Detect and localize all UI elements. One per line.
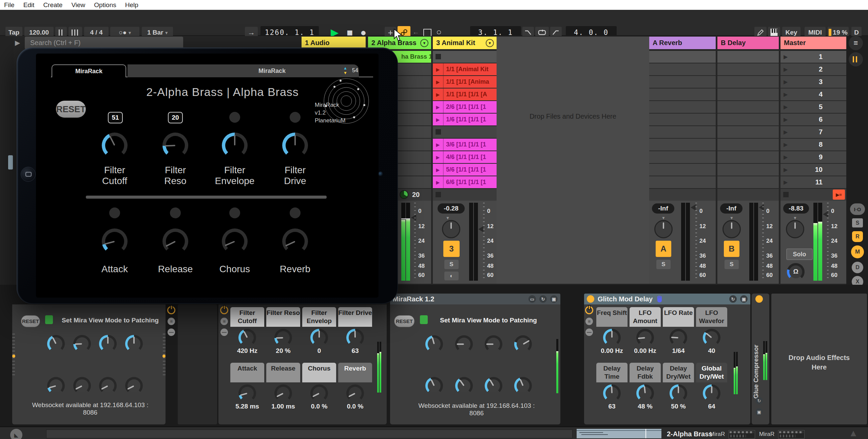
scene-row[interactable]: ▶7	[780, 126, 846, 138]
scene-row[interactable]: ▶11	[780, 176, 846, 188]
clip-slot[interactable]	[649, 63, 716, 75]
drop-audio-effects-panel[interactable]: Drop Audio Effects Here	[771, 294, 867, 424]
stop-clips-slot[interactable]	[649, 189, 716, 201]
scene-row[interactable]: ▶9	[780, 151, 846, 163]
hot-swap-icon[interactable]: ↻	[539, 295, 547, 303]
clip-slot[interactable]	[649, 176, 716, 188]
chain-list-icon[interactable]: ≡	[168, 318, 175, 325]
macro-value[interactable]: 64	[696, 403, 727, 410]
macro-value[interactable]: 5.28 ms	[230, 403, 264, 410]
scene-row[interactable]: ▶3	[780, 76, 846, 88]
chain-list-icon[interactable]: ≡	[585, 318, 593, 325]
scene-row[interactable]: ▶8	[780, 139, 846, 151]
round-button[interactable]	[229, 112, 240, 123]
round-button[interactable]	[229, 207, 240, 218]
scene-play-icon[interactable]: ▶	[784, 129, 788, 135]
filter-envelope-knob[interactable]	[222, 133, 248, 158]
menu-options[interactable]: Options	[94, 1, 116, 9]
drop-files-panel[interactable]: Drop Files and Devices Here	[497, 37, 649, 284]
mixer-section-button[interactable]: M	[851, 245, 864, 258]
macro-label[interactable]: LFO Amount	[630, 307, 661, 327]
menu-edit[interactable]: Edit	[23, 1, 35, 9]
mira-knob[interactable]	[425, 335, 443, 353]
macro-label[interactable]: Delay Time	[596, 363, 628, 382]
macro-label[interactable]: Filter Envelop	[302, 307, 336, 327]
macro-label[interactable]: Reverb	[338, 363, 372, 382]
mira-knob[interactable]	[514, 335, 532, 353]
macro-value[interactable]: 63	[596, 403, 628, 410]
clip-slot[interactable]	[717, 76, 779, 88]
clip-slot[interactable]	[717, 151, 779, 163]
scene-play-icon[interactable]: ▶	[784, 166, 788, 173]
round-button[interactable]	[170, 207, 181, 218]
macro-label[interactable]: LFO Wavefor	[696, 307, 727, 327]
chain-list-icon[interactable]: ≡	[220, 318, 228, 325]
pan-knob[interactable]	[722, 220, 741, 238]
reset-button[interactable]: RESET	[394, 315, 414, 327]
macro-label[interactable]: Chorus	[302, 363, 336, 382]
clip-slot[interactable]	[649, 114, 716, 125]
macro-label[interactable]: Filter Drive	[338, 307, 372, 327]
clip-play-icon[interactable]: ▶	[433, 176, 444, 188]
device-thumbnail[interactable]	[778, 430, 805, 439]
clip-play-icon[interactable]: ▶	[433, 151, 444, 163]
volume-field[interactable]: -Inf	[720, 203, 742, 214]
value-box-cutoff[interactable]: 51	[108, 112, 123, 123]
macro-value[interactable]: 50 %	[663, 403, 694, 410]
macro-knob[interactable]	[636, 329, 654, 346]
cue-volume-knob[interactable]: Ω	[787, 263, 805, 281]
clip-animal[interactable]: ▶ 5/6 [1/1 [1/1 [1	[433, 164, 497, 176]
macro-value[interactable]: 0	[302, 347, 336, 355]
hot-swap-icon[interactable]: ↻	[755, 397, 763, 404]
mira-knob[interactable]	[455, 377, 473, 395]
browser-play-icon[interactable]: ▶	[15, 39, 20, 47]
fold-icon[interactable]: —	[168, 328, 175, 336]
mira-knob[interactable]	[125, 335, 143, 353]
fold-icon[interactable]: —	[220, 328, 228, 336]
save-preset-icon[interactable]: ▣	[740, 295, 748, 303]
pan-knob[interactable]	[442, 220, 460, 238]
volume-marker[interactable]	[691, 204, 696, 211]
macro-value[interactable]: 1.00 ms	[266, 403, 300, 410]
macro-knob[interactable]	[670, 329, 687, 346]
macro-value[interactable]: 420 Hz	[230, 347, 264, 355]
pan-knob[interactable]	[786, 220, 804, 238]
scene-play-icon[interactable]: ▶	[784, 154, 788, 160]
clip-play-icon[interactable]: ▶	[433, 88, 444, 100]
macro-knob[interactable]	[703, 329, 720, 346]
info-toggle-button[interactable]: ◣	[10, 429, 22, 439]
mira-tab-active[interactable]: MiraRack	[52, 64, 126, 77]
reset-button[interactable]: RESET	[21, 315, 40, 327]
clip-animal[interactable]: ▶ 2/6 [1/1 [1/1 [1	[433, 101, 497, 113]
macro-label[interactable]: Global Dry/Wet	[696, 363, 727, 382]
clip-slot[interactable]	[717, 63, 779, 75]
clip-overview[interactable]	[577, 429, 661, 438]
filter-reso-knob[interactable]	[162, 133, 188, 158]
macro-knob[interactable]	[603, 329, 621, 346]
macro-value[interactable]: 1/64	[663, 347, 694, 355]
clip-slot[interactable]	[717, 88, 779, 100]
save-preset-icon[interactable]: ▣	[550, 295, 558, 303]
macro-knob[interactable]	[310, 384, 328, 402]
macro-label[interactable]: Filter Cutoff	[230, 307, 264, 327]
scene-play-icon[interactable]: ▶	[784, 54, 788, 60]
scene-play-icon[interactable]: ▶	[784, 116, 788, 123]
chevron-down-icon[interactable]: ▼	[486, 39, 494, 47]
scene-play-icon[interactable]: ▶	[784, 179, 788, 185]
sends-section-button[interactable]: S	[852, 218, 863, 227]
clip-animal[interactable]: ▶ 1/6 [1/1 [1/1 [1	[433, 114, 497, 125]
device-glue-compressor[interactable]: Glue Compressor ↻ ▣	[752, 294, 769, 424]
mira-knob[interactable]	[485, 335, 502, 353]
map-icon[interactable]: ▭	[528, 295, 536, 303]
clip-slot[interactable]	[717, 176, 779, 188]
clip-play-icon[interactable]: ▶	[433, 139, 444, 151]
clip-animal[interactable]: ▶ 3/6 [1/1 [1/1 [1	[433, 139, 497, 151]
clip-slot[interactable]	[649, 101, 716, 113]
io-section-button[interactable]: I·O	[850, 203, 865, 215]
clip-play-icon[interactable]: ▶	[433, 101, 444, 113]
device-activator-icon[interactable]	[220, 306, 228, 314]
track-header-master[interactable]: Master	[780, 37, 846, 49]
clip-slot[interactable]	[649, 126, 716, 138]
track-header-reverb[interactable]: A Reverb	[649, 37, 716, 49]
arrow-down-icon[interactable]: ▼	[343, 71, 347, 75]
